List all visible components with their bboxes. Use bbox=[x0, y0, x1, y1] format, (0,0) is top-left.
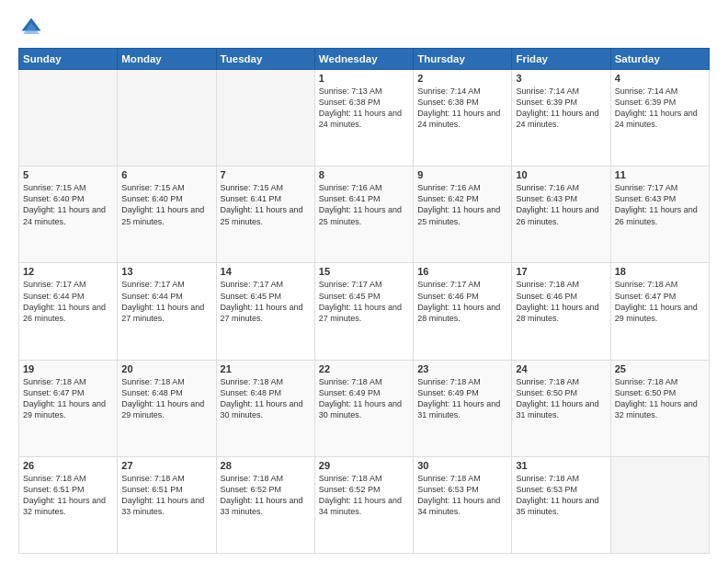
day-header-friday: Friday bbox=[512, 49, 610, 70]
day-number: 21 bbox=[221, 363, 311, 374]
day-number: 26 bbox=[23, 460, 113, 471]
day-number: 10 bbox=[516, 169, 606, 180]
day-detail: Sunrise: 7:18 AMSunset: 6:48 PMDaylight:… bbox=[221, 376, 311, 421]
day-detail: Sunrise: 7:18 AMSunset: 6:48 PMDaylight:… bbox=[121, 376, 211, 421]
day-header-sunday: Sunday bbox=[19, 49, 118, 70]
calendar-week-row: 5Sunrise: 7:15 AMSunset: 6:40 PMDaylight… bbox=[19, 167, 710, 263]
calendar-cell bbox=[216, 70, 314, 167]
day-detail: Sunrise: 7:16 AMSunset: 6:42 PMDaylight:… bbox=[417, 182, 507, 227]
day-header-wednesday: Wednesday bbox=[314, 49, 413, 70]
day-number: 24 bbox=[516, 363, 606, 374]
day-number: 3 bbox=[516, 73, 606, 84]
day-header-tuesday: Tuesday bbox=[216, 49, 314, 70]
day-header-saturday: Saturday bbox=[610, 49, 709, 70]
day-detail: Sunrise: 7:15 AMSunset: 6:40 PMDaylight:… bbox=[121, 182, 211, 227]
day-number: 1 bbox=[319, 73, 409, 84]
calendar-cell bbox=[118, 70, 216, 167]
calendar-cell: 6Sunrise: 7:15 AMSunset: 6:40 PMDaylight… bbox=[118, 167, 216, 263]
day-number: 16 bbox=[417, 266, 507, 277]
day-number: 20 bbox=[121, 363, 211, 374]
day-number: 17 bbox=[516, 266, 606, 277]
calendar-cell: 13Sunrise: 7:17 AMSunset: 6:44 PMDayligh… bbox=[118, 263, 216, 360]
day-detail: Sunrise: 7:17 AMSunset: 6:44 PMDaylight:… bbox=[121, 279, 211, 324]
day-number: 7 bbox=[221, 169, 311, 180]
day-number: 18 bbox=[615, 266, 705, 277]
day-detail: Sunrise: 7:14 AMSunset: 6:39 PMDaylight:… bbox=[516, 86, 606, 131]
day-detail: Sunrise: 7:15 AMSunset: 6:41 PMDaylight:… bbox=[221, 182, 311, 227]
day-number: 9 bbox=[417, 169, 507, 180]
day-detail: Sunrise: 7:18 AMSunset: 6:51 PMDaylight:… bbox=[121, 473, 211, 518]
day-detail: Sunrise: 7:14 AMSunset: 6:38 PMDaylight:… bbox=[417, 86, 507, 131]
day-detail: Sunrise: 7:18 AMSunset: 6:47 PMDaylight:… bbox=[615, 279, 705, 324]
calendar-cell: 16Sunrise: 7:17 AMSunset: 6:46 PMDayligh… bbox=[414, 263, 512, 360]
header bbox=[18, 15, 710, 40]
day-detail: Sunrise: 7:18 AMSunset: 6:50 PMDaylight:… bbox=[615, 376, 705, 421]
day-number: 19 bbox=[23, 363, 113, 374]
calendar-cell bbox=[610, 456, 709, 553]
day-number: 5 bbox=[23, 169, 113, 180]
calendar-week-row: 19Sunrise: 7:18 AMSunset: 6:47 PMDayligh… bbox=[19, 360, 710, 456]
calendar-cell: 23Sunrise: 7:18 AMSunset: 6:49 PMDayligh… bbox=[414, 360, 512, 456]
day-detail: Sunrise: 7:17 AMSunset: 6:46 PMDaylight:… bbox=[417, 279, 507, 324]
calendar-cell: 5Sunrise: 7:15 AMSunset: 6:40 PMDaylight… bbox=[19, 167, 118, 263]
day-number: 23 bbox=[417, 363, 507, 374]
calendar-table: SundayMondayTuesdayWednesdayThursdayFrid… bbox=[18, 48, 710, 554]
day-number: 6 bbox=[121, 169, 211, 180]
calendar-cell: 18Sunrise: 7:18 AMSunset: 6:47 PMDayligh… bbox=[610, 263, 709, 360]
day-number: 29 bbox=[319, 460, 409, 471]
day-detail: Sunrise: 7:18 AMSunset: 6:50 PMDaylight:… bbox=[516, 376, 606, 421]
day-number: 27 bbox=[121, 460, 211, 471]
calendar-cell: 25Sunrise: 7:18 AMSunset: 6:50 PMDayligh… bbox=[610, 360, 709, 456]
day-header-monday: Monday bbox=[118, 49, 216, 70]
day-detail: Sunrise: 7:17 AMSunset: 6:45 PMDaylight:… bbox=[319, 279, 409, 324]
calendar-cell: 31Sunrise: 7:18 AMSunset: 6:53 PMDayligh… bbox=[512, 456, 610, 553]
day-detail: Sunrise: 7:15 AMSunset: 6:40 PMDaylight:… bbox=[23, 182, 113, 227]
day-detail: Sunrise: 7:18 AMSunset: 6:46 PMDaylight:… bbox=[516, 279, 606, 324]
calendar-cell: 8Sunrise: 7:16 AMSunset: 6:41 PMDaylight… bbox=[314, 167, 413, 263]
calendar-cell bbox=[19, 70, 118, 167]
calendar-cell: 22Sunrise: 7:18 AMSunset: 6:49 PMDayligh… bbox=[314, 360, 413, 456]
day-number: 28 bbox=[221, 460, 311, 471]
day-number: 8 bbox=[319, 169, 409, 180]
day-header-thursday: Thursday bbox=[414, 49, 512, 70]
calendar-cell: 1Sunrise: 7:13 AMSunset: 6:38 PMDaylight… bbox=[314, 70, 413, 167]
calendar-week-row: 1Sunrise: 7:13 AMSunset: 6:38 PMDaylight… bbox=[19, 70, 710, 167]
calendar-cell: 15Sunrise: 7:17 AMSunset: 6:45 PMDayligh… bbox=[314, 263, 413, 360]
calendar-cell: 3Sunrise: 7:14 AMSunset: 6:39 PMDaylight… bbox=[512, 70, 610, 167]
day-number: 25 bbox=[615, 363, 705, 374]
calendar-cell: 7Sunrise: 7:15 AMSunset: 6:41 PMDaylight… bbox=[216, 167, 314, 263]
day-detail: Sunrise: 7:16 AMSunset: 6:43 PMDaylight:… bbox=[516, 182, 606, 227]
day-detail: Sunrise: 7:18 AMSunset: 6:53 PMDaylight:… bbox=[516, 473, 606, 518]
day-detail: Sunrise: 7:14 AMSunset: 6:39 PMDaylight:… bbox=[615, 86, 705, 131]
calendar-cell: 24Sunrise: 7:18 AMSunset: 6:50 PMDayligh… bbox=[512, 360, 610, 456]
day-detail: Sunrise: 7:18 AMSunset: 6:51 PMDaylight:… bbox=[23, 473, 113, 518]
day-number: 15 bbox=[319, 266, 409, 277]
day-number: 30 bbox=[417, 460, 507, 471]
calendar-cell: 11Sunrise: 7:17 AMSunset: 6:43 PMDayligh… bbox=[610, 167, 709, 263]
calendar-cell: 4Sunrise: 7:14 AMSunset: 6:39 PMDaylight… bbox=[610, 70, 709, 167]
calendar-cell: 9Sunrise: 7:16 AMSunset: 6:42 PMDaylight… bbox=[414, 167, 512, 263]
calendar-week-row: 26Sunrise: 7:18 AMSunset: 6:51 PMDayligh… bbox=[19, 456, 710, 553]
calendar-cell: 29Sunrise: 7:18 AMSunset: 6:52 PMDayligh… bbox=[314, 456, 413, 553]
day-detail: Sunrise: 7:17 AMSunset: 6:45 PMDaylight:… bbox=[221, 279, 311, 324]
day-number: 2 bbox=[417, 73, 507, 84]
calendar-cell: 21Sunrise: 7:18 AMSunset: 6:48 PMDayligh… bbox=[216, 360, 314, 456]
day-number: 13 bbox=[121, 266, 211, 277]
calendar-header-row: SundayMondayTuesdayWednesdayThursdayFrid… bbox=[19, 49, 710, 70]
day-detail: Sunrise: 7:16 AMSunset: 6:41 PMDaylight:… bbox=[319, 182, 409, 227]
day-detail: Sunrise: 7:17 AMSunset: 6:43 PMDaylight:… bbox=[615, 182, 705, 227]
day-number: 11 bbox=[615, 169, 705, 180]
calendar-cell: 26Sunrise: 7:18 AMSunset: 6:51 PMDayligh… bbox=[19, 456, 118, 553]
logo-icon bbox=[18, 15, 44, 40]
day-detail: Sunrise: 7:18 AMSunset: 6:49 PMDaylight:… bbox=[319, 376, 409, 421]
day-detail: Sunrise: 7:18 AMSunset: 6:49 PMDaylight:… bbox=[417, 376, 507, 421]
calendar-cell: 28Sunrise: 7:18 AMSunset: 6:52 PMDayligh… bbox=[216, 456, 314, 553]
day-detail: Sunrise: 7:17 AMSunset: 6:44 PMDaylight:… bbox=[23, 279, 113, 324]
calendar-week-row: 12Sunrise: 7:17 AMSunset: 6:44 PMDayligh… bbox=[19, 263, 710, 360]
calendar-cell: 10Sunrise: 7:16 AMSunset: 6:43 PMDayligh… bbox=[512, 167, 610, 263]
day-number: 12 bbox=[23, 266, 113, 277]
logo bbox=[18, 15, 48, 40]
calendar-cell: 17Sunrise: 7:18 AMSunset: 6:46 PMDayligh… bbox=[512, 263, 610, 360]
day-number: 4 bbox=[615, 73, 705, 84]
calendar-cell: 12Sunrise: 7:17 AMSunset: 6:44 PMDayligh… bbox=[19, 263, 118, 360]
